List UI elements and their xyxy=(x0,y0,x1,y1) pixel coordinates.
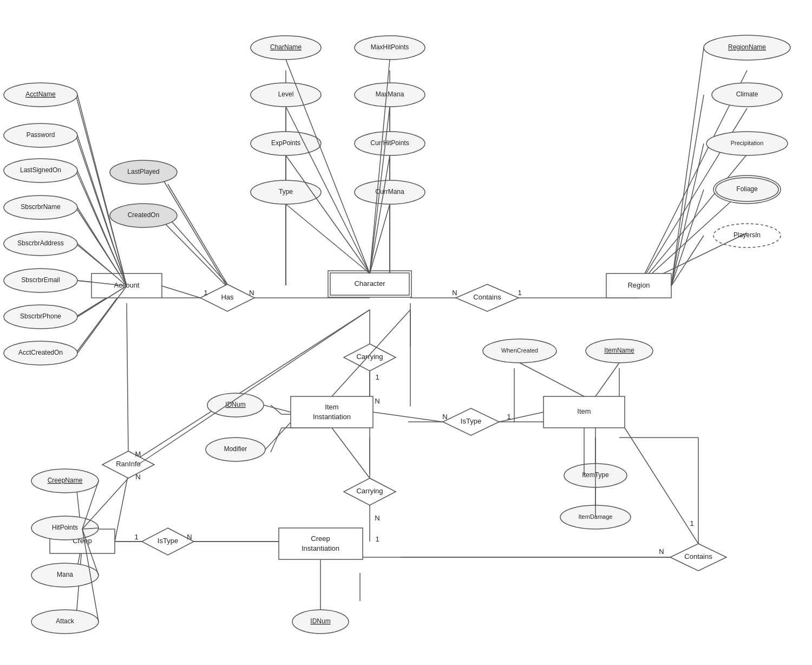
svg-line-201 xyxy=(172,222,227,284)
svg-text:Password: Password xyxy=(27,131,55,139)
svg-text:Precipitation: Precipitation xyxy=(731,140,764,146)
svg-text:RegionName: RegionName xyxy=(728,43,766,51)
svg-text:Instantiation: Instantiation xyxy=(313,413,351,421)
svg-line-173 xyxy=(332,310,410,396)
svg-text:N: N xyxy=(135,473,140,481)
svg-line-10 xyxy=(127,303,128,455)
svg-text:AcctName: AcctName xyxy=(25,90,56,98)
svg-text:Carrying: Carrying xyxy=(356,487,383,495)
svg-text:Has: Has xyxy=(221,293,234,301)
svg-text:CreatedOn: CreatedOn xyxy=(128,211,160,219)
svg-text:Creep: Creep xyxy=(311,534,330,543)
svg-text:1: 1 xyxy=(375,535,379,543)
svg-text:SbscrbrEmail: SbscrbrEmail xyxy=(21,276,60,284)
svg-text:Character: Character xyxy=(354,279,385,288)
svg-text:CharName: CharName xyxy=(270,43,302,51)
svg-line-203 xyxy=(671,95,704,286)
svg-line-11 xyxy=(115,474,128,542)
svg-text:MaxHitPoints: MaxHitPoints xyxy=(371,43,409,51)
svg-text:N: N xyxy=(452,289,457,297)
svg-text:Mana: Mana xyxy=(57,571,73,578)
svg-text:LastPlayed: LastPlayed xyxy=(127,168,159,175)
er-diagram: AccountCharacterRegionItemItemInstantiat… xyxy=(0,0,812,665)
svg-text:Region: Region xyxy=(627,281,650,289)
svg-text:Modifier: Modifier xyxy=(224,445,247,453)
svg-text:SbscrbrPhone: SbscrbrPhone xyxy=(20,312,61,320)
svg-text:IDNum: IDNum xyxy=(310,617,330,625)
svg-text:Item: Item xyxy=(577,407,591,415)
svg-text:ItemName: ItemName xyxy=(604,347,634,354)
svg-text:Contains: Contains xyxy=(684,552,712,560)
svg-text:1: 1 xyxy=(518,289,521,297)
svg-text:IsType: IsType xyxy=(461,417,481,425)
svg-text:N: N xyxy=(249,289,254,297)
svg-text:Climate: Climate xyxy=(736,90,758,98)
svg-line-26 xyxy=(271,428,281,452)
svg-line-183 xyxy=(499,412,543,422)
svg-line-176 xyxy=(332,428,370,478)
svg-line-187 xyxy=(265,422,291,449)
svg-text:Level: Level xyxy=(278,90,294,98)
svg-text:CreepName: CreepName xyxy=(48,477,83,484)
svg-rect-67 xyxy=(279,528,363,559)
svg-text:N: N xyxy=(375,514,379,522)
svg-line-175 xyxy=(162,286,200,298)
svg-text:N: N xyxy=(375,397,379,405)
svg-text:LastSignedOn: LastSignedOn xyxy=(20,166,61,174)
svg-text:1: 1 xyxy=(690,519,693,527)
svg-text:IsType: IsType xyxy=(158,537,178,545)
svg-text:Contains: Contains xyxy=(473,293,501,301)
svg-line-5 xyxy=(162,221,227,287)
svg-text:PlayersIn: PlayersIn xyxy=(734,231,761,239)
svg-text:Item: Item xyxy=(325,403,338,411)
svg-line-200 xyxy=(168,184,227,284)
svg-text:M: M xyxy=(135,450,141,458)
svg-rect-64 xyxy=(291,396,373,428)
svg-text:Foliage: Foliage xyxy=(736,185,758,193)
svg-line-205 xyxy=(671,190,704,286)
svg-text:SbscrbrName: SbscrbrName xyxy=(21,203,61,211)
svg-line-181 xyxy=(625,428,698,544)
svg-line-182 xyxy=(373,412,443,422)
svg-text:N: N xyxy=(442,413,447,421)
svg-text:AcctCreatedOn: AcctCreatedOn xyxy=(18,349,63,356)
svg-text:SbscrbrAddress: SbscrbrAddress xyxy=(17,239,63,247)
svg-text:N: N xyxy=(659,547,664,556)
svg-text:1: 1 xyxy=(134,533,138,541)
svg-text:N: N xyxy=(187,533,192,541)
svg-text:CurrHitPoints: CurrHitPoints xyxy=(370,139,409,147)
svg-text:1: 1 xyxy=(204,289,207,297)
svg-text:ExpPoints: ExpPoints xyxy=(271,139,300,147)
svg-line-46 xyxy=(639,154,747,285)
svg-text:Attack: Attack xyxy=(56,617,74,625)
svg-text:Type: Type xyxy=(279,188,293,195)
er-diagram-svg: AccountCharacterRegionItemItemInstantiat… xyxy=(0,0,812,665)
svg-line-189 xyxy=(595,363,619,396)
svg-text:HitPoints: HitPoints xyxy=(52,524,78,531)
svg-text:MaxMana: MaxMana xyxy=(376,90,404,98)
svg-line-194 xyxy=(77,171,127,286)
svg-text:1: 1 xyxy=(375,373,379,381)
svg-line-188 xyxy=(520,363,584,396)
svg-text:RanInfo: RanInfo xyxy=(116,460,141,468)
svg-text:WhenCreated: WhenCreated xyxy=(501,347,538,354)
svg-line-206 xyxy=(671,236,704,286)
svg-line-4 xyxy=(162,179,227,287)
svg-text:Instantiation: Instantiation xyxy=(302,544,339,552)
